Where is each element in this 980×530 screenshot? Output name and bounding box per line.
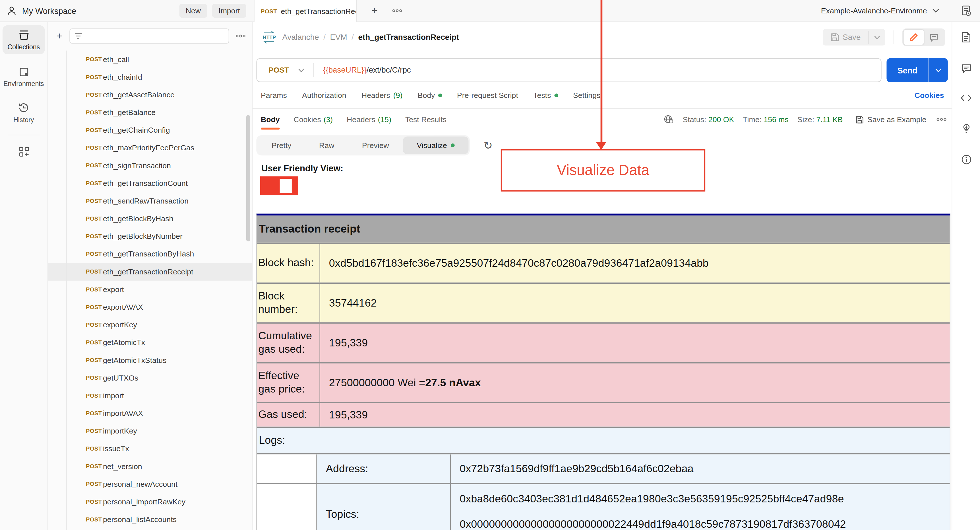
environment-quick-look-icon[interactable] — [960, 5, 972, 17]
configure-rail-icon[interactable] — [0, 145, 48, 158]
request-tab-tests[interactable]: Tests — [533, 91, 558, 100]
sidebar-item-getAtomicTxStatus[interactable]: POSTgetAtomicTxStatus — [48, 351, 252, 369]
lightbulb-icon[interactable] — [961, 123, 972, 134]
environment-selector[interactable]: Example-Avalanche-Environme — [821, 0, 940, 21]
tab-count: (3) — [324, 115, 333, 124]
comment-mode-button[interactable] — [924, 30, 944, 45]
request-tab-pre-request-script[interactable]: Pre-request Script — [457, 91, 518, 100]
response-tab-cookies[interactable]: Cookies(3) — [293, 109, 333, 129]
response-tab-body[interactable]: Body — [261, 109, 280, 129]
user-icon[interactable] — [6, 5, 17, 16]
breadcrumb-folder[interactable]: EVM — [330, 33, 347, 42]
view-tab-preview[interactable]: Preview — [348, 137, 403, 154]
tab-label: Headers — [347, 115, 375, 124]
sidebar-item-personal_importRawKey[interactable]: POSTpersonal_importRawKey — [48, 493, 252, 511]
sidebar-item-eth_chainId[interactable]: POSTeth_chainId — [48, 68, 252, 86]
sidebar-item-getAtomicTx[interactable]: POSTgetAtomicTx — [48, 334, 252, 351]
sidebar-item-exportKey[interactable]: POSTexportKey — [48, 316, 252, 334]
edit-mode-button[interactable] — [904, 30, 924, 45]
request-tab-params[interactable]: Params — [261, 91, 287, 100]
comments-icon[interactable] — [961, 63, 972, 73]
sidebar-item-eth_signTransaction[interactable]: POSTeth_signTransaction — [48, 157, 252, 174]
sidebar-item-eth_sendRawTransaction[interactable]: POSTeth_sendRawTransaction — [48, 192, 252, 210]
sidebar-item-personal_newAccount[interactable]: POSTpersonal_newAccount — [48, 475, 252, 493]
save-icon — [830, 33, 839, 42]
sidebar-item-eth_getTransactionByHash[interactable]: POSTeth_getTransactionByHash — [48, 245, 252, 263]
save-options-chevron[interactable] — [868, 31, 885, 44]
sidebar-item-eth_getAssetBalance[interactable]: POSTeth_getAssetBalance — [48, 86, 252, 104]
view-tab-raw[interactable]: Raw — [305, 137, 348, 154]
environment-name: Example-Avalanche-Environme — [821, 6, 927, 15]
request-tab-authorization[interactable]: Authorization — [302, 91, 346, 100]
response-tab-test-results[interactable]: Test Results — [405, 109, 447, 129]
request-tab[interactable]: POST eth_getTransactionRece — [254, 0, 357, 22]
request-tab-body[interactable]: Body — [418, 91, 442, 100]
method-badge: POST — [86, 428, 103, 434]
request-name: personal_newAccount — [103, 480, 177, 488]
request-tab-settings[interactable]: Settings — [573, 91, 600, 100]
rail-item-collections[interactable]: Collections — [3, 26, 45, 54]
send-button[interactable]: Send — [886, 58, 928, 82]
sidebar-item-eth_getBlockByNumber[interactable]: POSTeth_getBlockByNumber — [48, 227, 252, 245]
sidebar-item-eth_maxPriorityFeePerGas[interactable]: POSTeth_maxPriorityFeePerGas — [48, 139, 252, 156]
sidebar-item-importAVAX[interactable]: POSTimportAVAX — [48, 404, 252, 422]
sidebar-scrollbar[interactable] — [246, 115, 250, 241]
save-as-example-button[interactable]: Save as Example — [856, 115, 926, 124]
breadcrumb-request-name[interactable]: eth_getTransactionReceipt — [358, 33, 459, 42]
breadcrumb: Avalanche / EVM / eth_getTransactionRece… — [282, 33, 459, 42]
new-tab-button[interactable]: + — [368, 5, 380, 17]
sidebar-item-eth_getTransactionCount[interactable]: POSTeth_getTransactionCount — [48, 174, 252, 192]
status-value: 200 OK — [708, 115, 734, 124]
sidebar-item-export[interactable]: POSTexport — [48, 281, 252, 298]
sidebar-item-eth_getBalance[interactable]: POSTeth_getBalance — [48, 104, 252, 121]
network-globe-icon[interactable] — [664, 115, 674, 125]
row-value: 0xd5bd167f183efc36e75a925507f24d8470c87c… — [320, 244, 950, 283]
table-title: Transaction receipt — [257, 216, 950, 243]
import-button[interactable]: Import — [212, 4, 246, 18]
info-icon[interactable] — [961, 154, 972, 165]
sidebar-item-personal_listAccounts[interactable]: POSTpersonal_listAccounts — [48, 511, 252, 528]
sidebar-item-importKey[interactable]: POSTimportKey — [48, 422, 252, 440]
sidebar-item-issueTx[interactable]: POSTissueTx — [48, 440, 252, 457]
filter-input[interactable] — [69, 29, 229, 43]
log-label-cell: Address: — [317, 454, 451, 483]
method-badge: POST — [86, 463, 103, 470]
refresh-icon[interactable]: ↻ — [484, 140, 493, 151]
cookies-link[interactable]: Cookies — [915, 91, 944, 100]
sidebar-item-eth_getChainConfig[interactable]: POSTeth_getChainConfig — [48, 121, 252, 139]
tab-options-icon[interactable] — [390, 5, 404, 17]
breadcrumb-collection[interactable]: Avalanche — [282, 33, 319, 42]
send-options-chevron[interactable] — [928, 58, 948, 82]
rail-item-environments[interactable]: Environments — [3, 62, 45, 91]
workspace-title[interactable]: My Workspace — [22, 6, 76, 15]
sidebar-item-exportAVAX[interactable]: POSTexportAVAX — [48, 298, 252, 316]
method-dropdown[interactable]: POST — [257, 66, 313, 75]
request-tab-headers[interactable]: Headers(9) — [361, 91, 402, 100]
save-button[interactable]: Save — [822, 29, 868, 46]
method-badge: POST — [86, 481, 103, 487]
sidebar-item-import[interactable]: POSTimport — [48, 387, 252, 404]
size-label: Size: — [797, 115, 814, 124]
add-request-button[interactable]: + — [53, 30, 66, 42]
view-tab-pretty[interactable]: Pretty — [258, 137, 305, 154]
response-options-icon[interactable] — [937, 118, 947, 121]
rail-item-history[interactable]: History — [3, 97, 45, 127]
code-snippet-icon[interactable] — [960, 94, 972, 102]
sidebar-item-personal_unlockAccount[interactable]: POSTpersonal_unlockAccount — [48, 528, 252, 530]
table-row: Effective gas price:27500000000 Wei = 27… — [257, 362, 950, 402]
sidebar-item-eth_call[interactable]: POSTeth_call — [48, 51, 252, 68]
documentation-icon[interactable] — [961, 32, 971, 43]
sidebar-item-net_version[interactable]: POSTnet_version — [48, 458, 252, 475]
sidebar-item-eth_getTransactionReceipt[interactable]: POSTeth_getTransactionReceipt — [48, 263, 252, 281]
url-value[interactable]: {{baseURL}}/ext/bc/C/rpc — [314, 66, 411, 75]
response-tab-headers[interactable]: Headers(15) — [347, 109, 391, 129]
new-button[interactable]: New — [180, 4, 207, 18]
edit-comment-toggle — [902, 29, 945, 46]
user-friendly-view-checkbox[interactable] — [260, 176, 298, 195]
annotation-text: Visualize Data — [557, 162, 649, 179]
view-tab-visualize[interactable]: Visualize — [403, 137, 469, 154]
url-input[interactable]: POST {{baseURL}}/ext/bc/C/rpc — [256, 58, 881, 82]
sidebar-item-eth_getBlockByHash[interactable]: POSTeth_getBlockByHash — [48, 210, 252, 227]
sidebar-options-icon[interactable] — [235, 34, 246, 38]
sidebar-item-getUTXOs[interactable]: POSTgetUTXOs — [48, 369, 252, 387]
